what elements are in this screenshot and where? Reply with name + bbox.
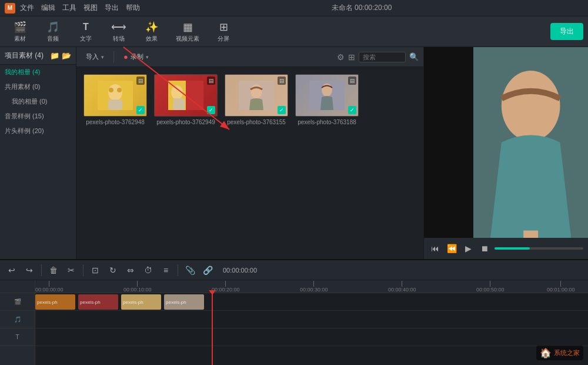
play-button[interactable]: ▶ <box>462 242 475 255</box>
ruler-mark-3: 00:00:30:00 <box>300 281 328 293</box>
media-thumb-3: ▤ ✓ <box>295 74 359 117</box>
track-area: pexels-ph pexels-ph pexels-ph pexels-ph <box>35 293 588 365</box>
media-thumb-2: ▤ ✓ <box>225 74 288 117</box>
tool-text[interactable]: T 文字 <box>71 18 101 45</box>
tool-element[interactable]: ▦ 视频元素 <box>169 18 206 45</box>
media-item-0[interactable]: ▤ ✓ pexels-photo-3762948 <box>83 74 147 125</box>
watermark: 🏠 系统之家 <box>536 346 583 360</box>
ruler-mark-0: 00:00:00:00 <box>35 281 64 293</box>
crop-button[interactable]: ⊡ <box>88 263 102 277</box>
search-input[interactable] <box>359 52 406 62</box>
thumb-badge-1: ▤ <box>207 77 215 85</box>
tree-item-myalbum[interactable]: 我的相册 (4) <box>0 65 76 79</box>
clip-0[interactable]: pexels-ph <box>35 294 75 310</box>
mirror-button[interactable]: ⇔ <box>123 263 138 277</box>
thumb-check-0: ✓ <box>136 106 145 114</box>
svg-rect-8 <box>173 98 185 110</box>
tool-media[interactable]: 🎬 素材 <box>5 18 35 45</box>
track-row-video: pexels-ph pexels-ph pexels-ph pexels-ph <box>35 293 588 311</box>
menu-export[interactable]: 导出 <box>105 3 119 13</box>
import-button[interactable]: 导入 ▾ <box>81 51 109 63</box>
track-label-video: 🎬 <box>0 293 35 311</box>
tool-effect[interactable]: ✨ 效果 <box>136 18 167 45</box>
media-item-1[interactable]: ▤ ✓ pexels-photo-3762949 <box>154 74 218 125</box>
rewind-button[interactable]: ⏮ <box>429 242 442 255</box>
tool-audio[interactable]: 🎵 音频 <box>38 18 68 45</box>
svg-point-15 <box>502 71 560 141</box>
ruler-mark-2: 00:00:20:00 <box>212 281 240 293</box>
thumb-check-3: ✓ <box>348 106 356 114</box>
menu-file[interactable]: 文件 <box>20 3 34 13</box>
export-button[interactable]: 导出 <box>550 23 583 40</box>
timeline-tracks: 00:00:00:00 00:00:10:00 00:00:20:00 00:0… <box>35 280 588 365</box>
tl-sep-2 <box>83 264 83 276</box>
preview-controls: ⏮ ⏪ ▶ ⏹ <box>424 238 588 259</box>
media-item-3[interactable]: ▤ ✓ pexels-photo-3763188 <box>295 74 359 125</box>
menu-help[interactable]: 帮助 <box>126 3 140 13</box>
cut-button[interactable]: ✂ <box>64 263 78 277</box>
playhead-triangle <box>209 290 216 295</box>
menu-tools[interactable]: 工具 <box>62 3 76 13</box>
tree-item-soundscape[interactable]: 音景样例 (15) <box>0 109 76 124</box>
redo-button[interactable]: ↪ <box>22 263 36 277</box>
undo-button[interactable]: ↩ <box>5 263 19 277</box>
link-button[interactable]: 🔗 <box>201 263 215 277</box>
rotate-button[interactable]: ↻ <box>106 263 120 277</box>
app-icon: M <box>5 3 15 14</box>
record-dot-icon: ● <box>123 52 128 61</box>
timeline-area: ↩ ↪ 🗑 ✂ ⊡ ↻ ⇔ ⏱ ≡ 📎 🔗 00:00:00:00 🎬 🎵 T … <box>0 259 588 365</box>
svg-rect-2 <box>108 99 122 110</box>
delete-button[interactable]: 🗑 <box>46 263 61 277</box>
tree-item-myalbum2[interactable]: 我的相册 (0) <box>0 94 76 109</box>
preview-progress[interactable] <box>495 247 583 250</box>
clip-1[interactable]: pexels-ph <box>78 294 118 310</box>
tool-transition[interactable]: ⟷ 转场 <box>103 18 134 45</box>
track-labels: 🎬 🎵 T <box>0 280 35 365</box>
add-track-button[interactable]: 📎 <box>183 263 197 277</box>
timeline-time: 00:00:00:00 <box>223 267 257 274</box>
track-row-audio <box>35 311 588 328</box>
playhead[interactable] <box>212 293 213 365</box>
preview-panel: ⏮ ⏪ ▶ ⏹ <box>423 47 588 259</box>
svg-point-7 <box>171 85 183 99</box>
media-thumb-0: ▤ ✓ <box>83 74 147 117</box>
clip-3[interactable]: pexels-ph <box>164 294 204 310</box>
menu-edit[interactable]: 编辑 <box>41 3 55 13</box>
stop-button[interactable]: ⏹ <box>478 242 491 255</box>
tree-item-shared[interactable]: 共用素材 (0) <box>0 79 76 94</box>
folder-open-icon[interactable]: 📂 <box>62 51 71 60</box>
media-icon: 🎬 <box>14 21 26 34</box>
titlebar: M 文件 编辑 工具 视图 导出 帮助 未命名 00:00:20:00 <box>0 0 588 16</box>
media-grid: ▤ ✓ pexels-photo-3762948 <box>76 67 423 259</box>
main-toolbar: 🎬 素材 🎵 音频 T 文字 ⟷ 转场 ✨ 效果 ▦ 视频元素 ⊞ 分屏 导出 <box>0 16 588 47</box>
list-button[interactable]: ≡ <box>159 263 173 277</box>
ruler: 00:00:00:00 00:00:10:00 00:00:20:00 00:0… <box>35 280 588 293</box>
timeline-toolbar: ↩ ↪ 🗑 ✂ ⊡ ↻ ⇔ ⏱ ≡ 📎 🔗 00:00:00:00 <box>0 260 588 280</box>
timer-button[interactable]: ⏱ <box>141 263 155 277</box>
ruler-mark-6: 00:01:00:00 <box>547 281 575 293</box>
split-icon: ⊞ <box>217 21 230 34</box>
media-item-2[interactable]: ▤ ✓ pexels-photo-3763155 <box>225 74 288 125</box>
svg-point-3 <box>109 88 113 92</box>
filter-icon[interactable]: ⚙ <box>337 52 345 62</box>
tree-item-opener[interactable]: 片头样例 (20) <box>0 124 76 138</box>
menu-view[interactable]: 视图 <box>83 3 98 13</box>
media-name-0: pexels-photo-3762948 <box>86 119 145 125</box>
search-icon[interactable]: 🔍 <box>409 52 419 61</box>
svg-rect-16 <box>523 231 538 238</box>
track-row-text <box>35 328 588 346</box>
record-button[interactable]: ● 录制 ▾ <box>119 51 153 63</box>
tl-sep-3 <box>178 264 178 276</box>
prev-frame-button[interactable]: ⏪ <box>445 242 458 255</box>
import-chevron: ▾ <box>101 54 104 60</box>
thumb-badge-3: ▤ <box>348 77 356 85</box>
grid-icon[interactable]: ⊞ <box>348 52 355 62</box>
clip-2[interactable]: pexels-ph <box>121 294 161 310</box>
toolbar-sep-1 <box>113 51 114 63</box>
tool-split[interactable]: ⊞ 分屏 <box>208 18 239 45</box>
preview-screen <box>424 47 588 238</box>
folder-add-icon[interactable]: 📁 <box>50 51 59 60</box>
thumb-check-2: ✓ <box>278 106 286 114</box>
ruler-mark-4: 00:00:40:00 <box>388 281 416 293</box>
svg-point-11 <box>250 84 262 98</box>
